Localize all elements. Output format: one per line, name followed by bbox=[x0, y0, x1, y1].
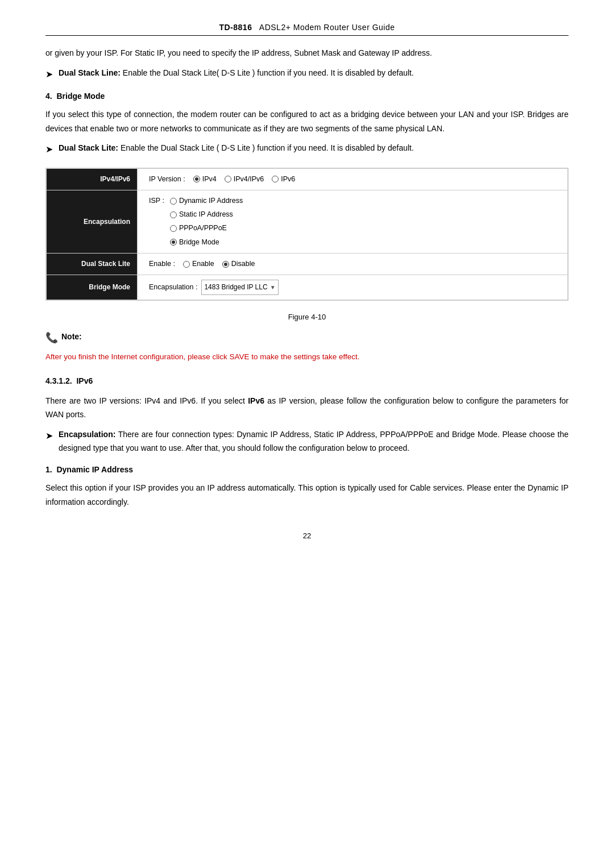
radio-pppoa-label: PPPoA/PPPoE bbox=[179, 222, 227, 234]
radio-static-ip-label: Static IP Address bbox=[179, 209, 233, 221]
bullet-label-2: Dual Stack Lite: bbox=[59, 143, 118, 152]
note-label: Note: bbox=[61, 330, 82, 344]
subsection-heading-ipv6: 4.3.1.2. IPv6 bbox=[45, 375, 569, 388]
enable-prefix: Enable : bbox=[149, 258, 175, 270]
label-dual-stack-lite: Dual Stack Lite bbox=[47, 253, 138, 275]
radio-enable[interactable]: Enable bbox=[183, 258, 214, 270]
model-number: TD-8816 bbox=[219, 23, 252, 32]
encapsulation-select[interactable]: 1483 Bridged IP LLC ▼ bbox=[201, 280, 278, 294]
section-bridge-mode-heading: 4. Bridge Mode bbox=[45, 90, 569, 103]
radio-ipv6-label: IPv6 bbox=[281, 173, 295, 185]
page-number: 22 bbox=[45, 531, 569, 540]
dynamic-ip-body: Select this option if your ISP provides … bbox=[45, 481, 569, 509]
isp-prefix: ISP : bbox=[149, 195, 164, 207]
section-num: 4. bbox=[45, 92, 56, 101]
ip-version-prefix: IP Version : bbox=[149, 173, 185, 185]
radio-disable-label: Disable bbox=[231, 258, 255, 270]
radio-dynamic-ip-circle bbox=[170, 198, 177, 205]
bullet-arrow-icon: ➤ bbox=[45, 67, 53, 82]
encapsulation-prefix: Encapsulation : bbox=[149, 283, 200, 291]
radio-static-ip-circle bbox=[170, 211, 177, 218]
radio-ipv4-circle bbox=[193, 176, 200, 182]
label-ipv4-ipv6: IPv4/IPv6 bbox=[47, 168, 138, 190]
note-section: 📞 Note: bbox=[45, 330, 569, 347]
encapsulation-value: 1483 Bridged IP LLC bbox=[204, 281, 267, 293]
enable-group: Enable : Enable Disable bbox=[149, 258, 556, 270]
bridge-mode-body: If you select this type of connection, t… bbox=[45, 107, 569, 135]
note-icon: 📞 bbox=[45, 329, 58, 347]
radio-bridge-mode[interactable]: Bridge Mode bbox=[170, 236, 243, 248]
radio-dynamic-ip[interactable]: Dynamic IP Address bbox=[170, 195, 243, 207]
figure-caption: Figure 4-10 bbox=[45, 311, 569, 323]
radio-ipv4[interactable]: IPv4 bbox=[193, 173, 217, 185]
header-title: ADSL2+ Modem Router User Guide bbox=[259, 23, 395, 32]
radio-ipv6[interactable]: IPv6 bbox=[272, 173, 295, 185]
bullet-dual-stack-lite-text: Dual Stack Lite: Enable the Dual Stack L… bbox=[59, 141, 569, 155]
radio-enable-label: Enable bbox=[192, 258, 214, 270]
header-text: TD-8816 ADSL2+ Modem Router User Guide bbox=[219, 23, 395, 32]
page-content: or given by your ISP. For Static IP, you… bbox=[45, 46, 569, 509]
content-dual-stack-lite: Enable : Enable Disable bbox=[138, 253, 568, 275]
bullet-encapsulation-text: Encapsulation: There are four connection… bbox=[59, 427, 569, 455]
dynamic-ip-num: 1. bbox=[45, 465, 56, 474]
page-header: TD-8816 ADSL2+ Modem Router User Guide bbox=[45, 23, 569, 36]
select-arrow-icon: ▼ bbox=[270, 283, 276, 292]
intro-paragraph: or given by your ISP. For Static IP, you… bbox=[45, 46, 569, 60]
section-dynamic-ip-heading: 1. Dynamic IP Address bbox=[45, 463, 569, 477]
dynamic-ip-title: Dynamic IP Address bbox=[56, 465, 133, 474]
figure-box: IPv4/IPv6 IP Version : IPv4 IPv4/IPv6 bbox=[45, 168, 569, 301]
bullet-dual-stack-line-text: Dual Stack Line: Enable the Dual Stack L… bbox=[59, 66, 569, 80]
content-bridge-mode: Encapsulation : 1483 Bridged IP LLC ▼ bbox=[138, 275, 568, 300]
subsection-title: IPv6 bbox=[76, 376, 93, 385]
radio-static-ip[interactable]: Static IP Address bbox=[170, 209, 243, 221]
radio-disable-circle bbox=[222, 261, 229, 268]
radio-pppoa-circle bbox=[170, 225, 177, 232]
row-ipv4-ipv6: IPv4/IPv6 IP Version : IPv4 IPv4/IPv6 bbox=[47, 168, 568, 190]
radio-ipv4-ipv6-label: IPv4/IPv6 bbox=[234, 173, 264, 185]
label-bridge-mode: Bridge Mode bbox=[47, 275, 138, 300]
label-encapsulation: Encapsulation bbox=[47, 190, 138, 253]
bullet-dual-stack-line: ➤ Dual Stack Line: Enable the Dual Stack… bbox=[45, 66, 569, 82]
subsection-intro: There are two IP versions: IPv4 and IPv6… bbox=[45, 394, 569, 422]
radio-ipv4-ipv6[interactable]: IPv4/IPv6 bbox=[225, 173, 264, 185]
figure-table: IPv4/IPv6 IP Version : IPv4 IPv4/IPv6 bbox=[46, 168, 568, 300]
row-bridge-mode: Bridge Mode Encapsulation : 1483 Bridged… bbox=[47, 275, 568, 300]
ip-version-group: IP Version : IPv4 IPv4/IPv6 bbox=[149, 173, 556, 185]
row-dual-stack-lite: Dual Stack Lite Enable : Enable Disable bbox=[47, 253, 568, 275]
radio-enable-circle bbox=[183, 261, 190, 268]
radio-bridge-mode-label: Bridge Mode bbox=[179, 236, 219, 248]
section-title: Bridge Mode bbox=[56, 92, 105, 101]
note-text: After you finish the Internet configurat… bbox=[45, 351, 569, 363]
radio-ipv6-circle bbox=[272, 176, 279, 182]
content-ipv4-ipv6: IP Version : IPv4 IPv4/IPv6 bbox=[138, 168, 568, 190]
radio-bridge-mode-circle bbox=[170, 239, 177, 246]
row-encapsulation: Encapsulation ISP : Dynamic IP Address bbox=[47, 190, 568, 253]
radio-dynamic-ip-label: Dynamic IP Address bbox=[179, 195, 243, 207]
content-encapsulation: ISP : Dynamic IP Address Static IP Addre… bbox=[138, 190, 568, 253]
bullet-arrow-icon-2: ➤ bbox=[45, 142, 53, 157]
bullet-arrow-icon-3: ➤ bbox=[45, 428, 53, 443]
bullet-label-1: Dual Stack Line: bbox=[59, 68, 121, 77]
bullet-dual-stack-lite: ➤ Dual Stack Lite: Enable the Dual Stack… bbox=[45, 141, 569, 157]
radio-disable[interactable]: Disable bbox=[222, 258, 255, 270]
bullet-encapsulation-label: Encapsulation: bbox=[59, 430, 115, 439]
radio-ipv4-ipv6-circle bbox=[225, 176, 231, 182]
ipv6-bold: IPv6 bbox=[248, 396, 264, 405]
isp-options: Dynamic IP Address Static IP Address PPP… bbox=[170, 195, 243, 248]
bullet-encapsulation: ➤ Encapsulation: There are four connecti… bbox=[45, 427, 569, 455]
subsection-id: 4.3.1.2. bbox=[45, 376, 72, 385]
radio-pppoa[interactable]: PPPoA/PPPoE bbox=[170, 222, 243, 234]
radio-ipv4-label: IPv4 bbox=[202, 173, 217, 185]
